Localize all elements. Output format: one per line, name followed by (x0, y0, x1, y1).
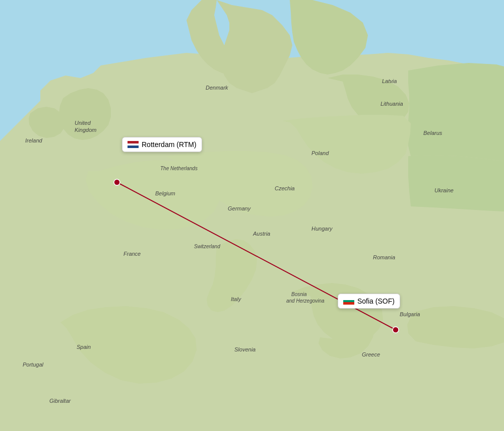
label-germany: Germany (228, 205, 251, 211)
map-svg: Ireland United Kingdom Denmark Latvia Li… (0, 0, 504, 431)
label-france: France (123, 251, 141, 257)
map-container: Ireland United Kingdom Denmark Latvia Li… (0, 0, 504, 431)
label-latvia: Latvia (382, 78, 397, 84)
sof-dot (393, 327, 399, 333)
label-greece: Greece (362, 351, 380, 357)
label-uk2: Kingdom (75, 127, 96, 133)
rtm-label: Rotterdam (RTM) (122, 137, 202, 152)
rtm-dot (114, 179, 120, 185)
label-denmark: Denmark (206, 85, 228, 91)
nl-flag (128, 141, 139, 148)
label-netherlands: The Netherlands (160, 166, 198, 171)
label-belarus: Belarus (423, 130, 443, 136)
label-poland: Poland (311, 150, 329, 156)
label-slovenia: Slovenia (234, 346, 256, 352)
label-belgium: Belgium (155, 190, 175, 196)
sof-label-text: Sofia (SOF) (357, 297, 395, 305)
label-bulgaria: Bulgaria (400, 311, 420, 317)
label-hungary: Hungary (311, 226, 333, 232)
label-ireland: Ireland (25, 137, 43, 143)
sof-label: Sofia (SOF) (338, 294, 400, 309)
label-bih: Bosnia (291, 292, 307, 297)
label-bih2: and Herzegovina (286, 298, 325, 304)
label-portugal: Portugal (23, 362, 44, 368)
rtm-label-text: Rotterdam (RTM) (142, 140, 197, 149)
label-spain: Spain (77, 344, 91, 350)
label-switzerland: Switzerland (194, 244, 220, 249)
label-gibraltar: Gibraltar (49, 398, 72, 404)
bg-flag (343, 298, 354, 305)
label-lithuania: Lithuania (381, 101, 403, 107)
label-romania: Romania (373, 254, 395, 260)
label-italy: Italy (231, 296, 242, 302)
label-czechia: Czechia (275, 185, 295, 191)
label-uk: United (75, 120, 91, 126)
label-austria: Austria (253, 231, 270, 237)
label-ukraine: Ukraine (434, 187, 454, 193)
